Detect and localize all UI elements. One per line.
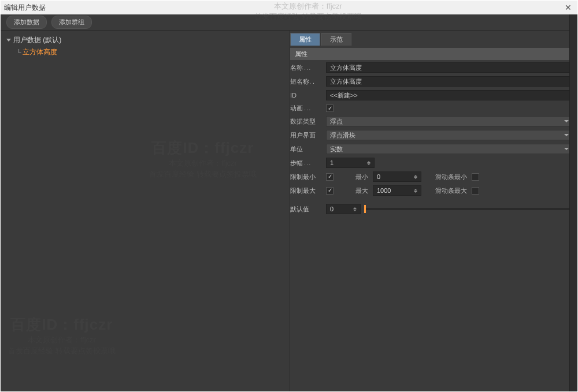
default-slider[interactable]: [364, 208, 573, 210]
spinner-up-icon[interactable]: [414, 189, 417, 191]
unit-dropdown[interactable]: 实数: [326, 144, 573, 154]
anim-checkbox[interactable]: [326, 104, 334, 112]
chevron-down-icon: [564, 120, 569, 122]
ui-dropdown[interactable]: 浮点滑块: [326, 130, 573, 140]
limit-max-checkbox[interactable]: [326, 187, 334, 195]
name-input[interactable]: [326, 62, 573, 73]
slider-handle[interactable]: [364, 205, 366, 213]
slider-max-checkbox[interactable]: [472, 187, 479, 195]
min-spinner[interactable]: 0: [373, 171, 421, 182]
min-label: 最小: [355, 173, 368, 181]
default-label: 默认值: [290, 205, 323, 214]
spinner-down-icon[interactable]: [414, 191, 417, 193]
step-spinner[interactable]: 1: [326, 158, 375, 168]
limit-min-checkbox[interactable]: [326, 173, 334, 181]
step-label: 步幅: [290, 159, 323, 167]
id-input[interactable]: [326, 90, 573, 100]
window-title: 编辑用户数据: [4, 3, 46, 13]
add-group-button[interactable]: 添加群组: [51, 16, 92, 29]
main-area: 用户数据 (默认) └ 立方体高度 属性 示范 属性 名称 短名称. .: [1, 31, 577, 391]
disclosure-triangle-icon[interactable]: [6, 39, 11, 42]
tab-example[interactable]: 示范: [321, 33, 351, 46]
properties-panel: 属性 示范 属性 名称 短名称. . ID 动画 数据类型: [290, 31, 577, 391]
spinner-up-icon[interactable]: [367, 161, 370, 163]
chevron-down-icon: [564, 134, 569, 136]
limit-max-label: 限制最大: [290, 186, 323, 195]
spinner-up-icon[interactable]: [414, 175, 417, 177]
default-value: 0: [330, 206, 334, 212]
default-spinner[interactable]: 0: [326, 204, 361, 214]
unit-label: 单位: [290, 145, 323, 154]
slider-max-label: 滑动条最大: [435, 186, 467, 195]
close-icon[interactable]: ✕: [562, 3, 574, 12]
titlebar: 编辑用户数据 ✕: [1, 1, 577, 14]
max-spinner[interactable]: 1000: [373, 185, 421, 196]
step-value: 1: [330, 159, 334, 166]
datatype-dropdown[interactable]: 浮点: [326, 116, 573, 126]
max-value: 1000: [377, 187, 391, 194]
add-data-button[interactable]: 添加数据: [6, 16, 47, 29]
shortname-input[interactable]: [326, 76, 573, 87]
right-edge-strip: [569, 14, 577, 391]
tree-child-item[interactable]: └ 立方体高度: [17, 47, 284, 57]
dialog-window: 编辑用户数据 ✕ 添加数据 添加群组 用户数据 (默认) └ 立方体高度 属性 …: [1, 1, 577, 391]
tree-child-label: 立方体高度: [23, 47, 57, 57]
chevron-down-icon: [564, 148, 569, 150]
limit-min-label: 限制最小: [290, 173, 323, 181]
anim-label: 动画: [290, 104, 323, 113]
ui-value: 浮点滑块: [330, 131, 355, 140]
slider-min-label: 滑动条最小: [435, 173, 467, 181]
section-header: 属性: [290, 48, 573, 60]
id-label: ID: [290, 92, 323, 99]
toolbar: 添加数据 添加群组: [1, 14, 577, 31]
ui-label: 用户界面: [290, 131, 323, 140]
tree-branch-icon: └: [17, 49, 21, 56]
datatype-label: 数据类型: [290, 117, 323, 126]
tree-root-item[interactable]: 用户数据 (默认): [6, 35, 284, 45]
tree-root-label: 用户数据 (默认): [13, 35, 61, 45]
unit-value: 实数: [330, 145, 343, 154]
tree-panel: 用户数据 (默认) └ 立方体高度: [1, 31, 290, 391]
tab-attributes[interactable]: 属性: [290, 33, 320, 46]
datatype-value: 浮点: [330, 117, 343, 126]
shortname-label: 短名称. .: [290, 77, 323, 86]
spinner-up-icon[interactable]: [353, 207, 357, 209]
max-label: 最大: [355, 186, 368, 195]
spinner-down-icon[interactable]: [414, 177, 417, 179]
tab-bar: 属性 示范: [290, 33, 573, 46]
slider-min-checkbox[interactable]: [472, 173, 479, 181]
name-label: 名称: [290, 64, 323, 72]
spinner-down-icon[interactable]: [367, 163, 370, 165]
spinner-down-icon[interactable]: [353, 210, 357, 211]
min-value: 0: [377, 173, 380, 180]
